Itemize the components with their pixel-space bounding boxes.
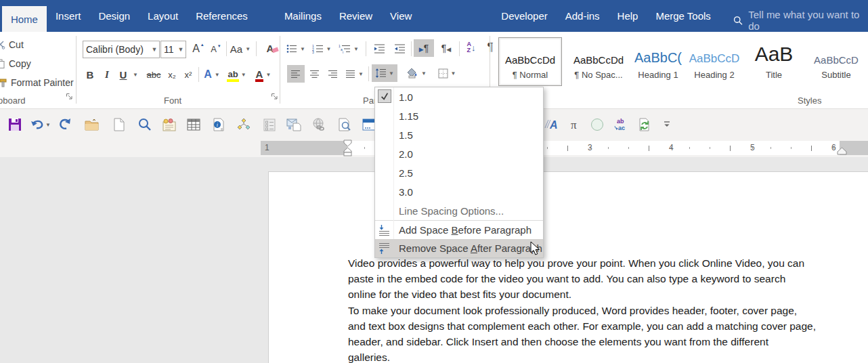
clipboard-dialog-launcher-icon[interactable] bbox=[66, 93, 73, 100]
globe-link-button[interactable] bbox=[309, 115, 328, 134]
horizontal-ruler[interactable]: 1 1 2 3 4 5 6 bbox=[261, 141, 868, 155]
tab-add-ins[interactable]: Add-ins bbox=[557, 0, 609, 32]
style-no-spacing[interactable]: AaBbCcDd ¶ No Spac... bbox=[567, 37, 630, 86]
tab-help[interactable]: Help bbox=[609, 0, 647, 32]
tab-home[interactable]: Home bbox=[2, 6, 47, 32]
refresh-document-button[interactable] bbox=[635, 115, 654, 134]
style-heading-2[interactable]: AaBbCcD Heading 2 bbox=[687, 37, 742, 86]
document-properties-button[interactable]: i bbox=[209, 115, 227, 134]
menu-item-add-space-before[interactable]: Add Space Before Paragraph bbox=[375, 221, 543, 239]
format-painter-button[interactable]: Format Painter bbox=[0, 77, 74, 88]
more-commands-button[interactable] bbox=[661, 115, 673, 134]
tab-review[interactable]: Review bbox=[330, 0, 381, 32]
task-list-button[interactable] bbox=[260, 115, 279, 134]
remove-space-after-icon bbox=[378, 242, 391, 255]
align-center-button[interactable] bbox=[306, 65, 324, 83]
tell-me-label: Tell me what you want to do bbox=[748, 9, 868, 32]
tab-merge-tools[interactable]: Merge Tools bbox=[647, 0, 719, 32]
font-dialog-launcher-icon[interactable] bbox=[271, 93, 278, 100]
chevron-down-icon[interactable]: ▼ bbox=[176, 46, 186, 53]
style-subtitle[interactable]: AaBbCcD Subtitle bbox=[806, 37, 867, 86]
cut-button[interactable]: Cut bbox=[0, 39, 24, 50]
style-preview: AaBbC( bbox=[632, 37, 684, 66]
diagram-button[interactable] bbox=[234, 115, 253, 134]
underline-dropdown[interactable]: ▼ bbox=[131, 66, 139, 83]
grow-font-button[interactable]: A bbox=[190, 40, 207, 58]
underline-label: U bbox=[120, 69, 127, 81]
superscript-button[interactable]: x² bbox=[180, 66, 196, 83]
show-hide-pilcrow-button[interactable]: ¶ bbox=[482, 39, 498, 56]
subscript-button[interactable]: x₂ bbox=[164, 66, 180, 83]
save-button[interactable] bbox=[5, 115, 24, 134]
justify-button[interactable]: ▼ bbox=[343, 65, 367, 83]
style-normal[interactable]: AaBbCcDd ¶ Normal bbox=[498, 37, 562, 86]
multilevel-list-button[interactable]: 1ai▼ bbox=[337, 40, 360, 58]
font-name-combobox[interactable]: Calibri (Body) ▼ bbox=[83, 41, 160, 58]
tab-design[interactable]: Design bbox=[89, 0, 139, 32]
decrease-indent-button[interactable] bbox=[370, 40, 389, 58]
tab-developer[interactable]: Developer bbox=[492, 0, 556, 32]
indent-markers[interactable] bbox=[343, 140, 353, 157]
style-heading-1[interactable]: AaBbC( Heading 1 bbox=[632, 37, 684, 86]
mouse-cursor bbox=[530, 241, 542, 257]
italic-button[interactable]: I bbox=[100, 66, 114, 83]
font-color-button[interactable]: A▼ bbox=[253, 66, 274, 83]
align-right-button[interactable] bbox=[324, 65, 342, 83]
insert-table-button[interactable] bbox=[184, 115, 203, 134]
menu-item-3-0[interactable]: 3.0 bbox=[375, 182, 543, 201]
numbering-button[interactable]: 123▼ bbox=[311, 40, 332, 58]
menu-item-2-5[interactable]: 2.5 bbox=[375, 163, 543, 182]
tab-references[interactable]: References bbox=[187, 0, 257, 32]
tab-layout[interactable]: Layout bbox=[139, 0, 187, 32]
change-case-button[interactable]: Aa▼ bbox=[229, 40, 252, 58]
menu-item-1-5[interactable]: 1.5 bbox=[375, 125, 543, 144]
document-page[interactable]: Video provides a powerful way to help yo… bbox=[268, 171, 868, 363]
shrink-font-button[interactable]: A bbox=[208, 40, 224, 58]
send-mail-button[interactable] bbox=[284, 115, 303, 134]
underline-button[interactable]: U bbox=[116, 66, 130, 83]
text-effects-button[interactable]: A▼ bbox=[202, 66, 222, 83]
style-preview: AaBbCcD bbox=[687, 37, 742, 66]
strikethrough-button[interactable]: abc bbox=[144, 66, 164, 83]
left-to-right-button[interactable]: ▶¶ bbox=[414, 39, 434, 57]
font-size-value: 11 bbox=[161, 44, 176, 55]
menu-item-line-spacing-options[interactable]: Line Spacing Options... bbox=[375, 201, 543, 220]
menu-item-remove-space-after[interactable]: Remove Space After Paragraph bbox=[375, 239, 543, 257]
new-document-button[interactable] bbox=[110, 115, 129, 134]
undo-dropdown[interactable]: ▼ bbox=[43, 115, 51, 134]
highlight-color-button[interactable]: ab▼ bbox=[225, 66, 248, 83]
chevron-down-icon[interactable]: ▼ bbox=[150, 46, 159, 53]
tab-insert[interactable]: Insert bbox=[47, 0, 90, 32]
borders-button[interactable]: ▼ bbox=[434, 64, 460, 82]
redo-button[interactable] bbox=[56, 115, 74, 134]
right-to-left-button[interactable]: ¶◀ bbox=[436, 39, 456, 57]
tab-mailings[interactable]: Mailings bbox=[276, 0, 330, 32]
right-indent-marker[interactable] bbox=[837, 147, 847, 155]
shading-button[interactable]: ▼ bbox=[404, 64, 429, 82]
equation-button[interactable]: π bbox=[566, 115, 585, 134]
menu-item-2-0[interactable]: 2.0 bbox=[375, 144, 543, 163]
open-button[interactable] bbox=[83, 115, 102, 134]
bold-button[interactable]: B bbox=[83, 66, 97, 83]
tab-view[interactable]: View bbox=[381, 0, 420, 32]
ltr-icon: ▶¶ bbox=[419, 43, 429, 54]
copy-button[interactable]: Copy bbox=[0, 58, 31, 69]
style-title[interactable]: AaB Title bbox=[745, 37, 803, 86]
sort-button[interactable]: AZ↓ bbox=[462, 39, 480, 56]
font-size-combobox[interactable]: 11 ▼ bbox=[160, 41, 186, 58]
document-text[interactable]: Video provides a powerful way to help yo… bbox=[348, 255, 816, 363]
menu-item-1-15[interactable]: 1.15 bbox=[375, 106, 543, 125]
find-button[interactable] bbox=[135, 115, 154, 134]
tell-me-box[interactable]: Tell me what you want to do bbox=[733, 9, 868, 32]
text-effects-toolbar-button[interactable]: A bbox=[542, 115, 561, 134]
oval-shape-button[interactable] bbox=[588, 115, 607, 134]
menu-item-1-0[interactable]: 1.0 bbox=[375, 87, 543, 106]
align-left-button[interactable] bbox=[287, 65, 305, 83]
replace-button[interactable]: abac bbox=[611, 115, 630, 134]
envelopes-button[interactable] bbox=[160, 115, 179, 134]
clear-formatting-button[interactable]: A bbox=[261, 40, 279, 58]
increase-indent-button[interactable] bbox=[390, 40, 409, 58]
print-preview-button[interactable] bbox=[334, 115, 353, 134]
line-spacing-button[interactable]: ▼ bbox=[372, 64, 397, 82]
bullets-button[interactable]: ▼ bbox=[286, 40, 306, 58]
